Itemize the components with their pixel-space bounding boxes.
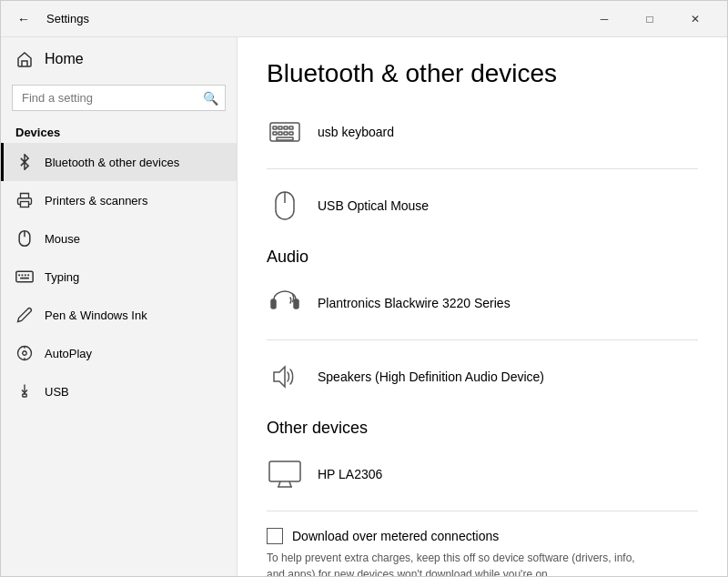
- device-monitor: HP LA2306: [267, 449, 698, 500]
- checkbox-row: Download over metered connections: [267, 528, 698, 544]
- sidebar-item-printers[interactable]: Printers & scanners: [1, 181, 237, 219]
- sidebar-item-printers-label: Printers & scanners: [45, 194, 147, 208]
- svg-rect-23: [277, 137, 293, 140]
- svg-rect-15: [273, 127, 277, 129]
- sidebar-item-autoplay-label: AutoPlay: [45, 347, 92, 360]
- pen-icon: [15, 306, 34, 324]
- svg-rect-21: [284, 132, 288, 135]
- sidebar-search: 🔍: [12, 85, 226, 111]
- svg-rect-19: [273, 132, 277, 135]
- audio-device-icon-2: [267, 359, 303, 395]
- search-icon: 🔍: [203, 91, 218, 106]
- printer-icon: [15, 191, 34, 209]
- svg-rect-26: [271, 299, 276, 309]
- sidebar-item-pen-label: Pen & Windows Ink: [45, 309, 147, 322]
- sidebar-item-home[interactable]: Home: [1, 37, 237, 81]
- search-input[interactable]: [12, 85, 226, 111]
- sidebar: Home 🔍 Devices Bluetooth & other devices: [1, 37, 238, 576]
- sidebar-item-usb[interactable]: USB: [1, 372, 237, 410]
- device-headset: Plantronics Blackwire 3220 Series: [267, 278, 698, 329]
- svg-marker-28: [274, 367, 285, 387]
- close-button[interactable]: ✕: [674, 5, 716, 34]
- usb-mouse-name: USB Optical Mouse: [318, 198, 429, 213]
- audio-device-icon-1: [267, 285, 303, 321]
- main-layout: Home 🔍 Devices Bluetooth & other devices: [1, 37, 727, 576]
- sidebar-item-mouse[interactable]: Mouse: [1, 219, 237, 258]
- speakers-name: Speakers (High Definition Audio Device): [318, 369, 544, 384]
- svg-line-31: [289, 481, 291, 487]
- monitor-name: HP LA2306: [318, 467, 382, 481]
- svg-rect-29: [269, 461, 300, 481]
- sidebar-item-bluetooth-label: Bluetooth & other devices: [45, 156, 179, 169]
- sidebar-item-autoplay[interactable]: AutoPlay: [1, 334, 237, 372]
- autoplay-icon: [15, 344, 34, 362]
- bluetooth-icon: [15, 153, 34, 171]
- title-bar-left: ← Settings: [12, 10, 89, 28]
- monitor-device-icon: [267, 456, 303, 492]
- maximize-button[interactable]: □: [629, 5, 671, 34]
- mouse-device-icon: [267, 187, 303, 224]
- audio-section-heading: Audio: [267, 248, 698, 267]
- keyboard-device-icon: [267, 114, 303, 150]
- page-title: Bluetooth & other devices: [267, 59, 698, 88]
- svg-rect-22: [289, 132, 293, 135]
- svg-rect-20: [278, 132, 282, 135]
- device-usb-mouse: USB Optical Mouse: [267, 180, 698, 231]
- svg-rect-3: [16, 271, 33, 282]
- sidebar-item-usb-label: USB: [45, 385, 69, 399]
- sidebar-item-typing-label: Typing: [45, 270, 79, 284]
- title-bar: ← Settings ─ □ ✕: [1, 1, 727, 37]
- usb-icon: [15, 382, 34, 400]
- download-metered-checkbox[interactable]: [267, 528, 283, 544]
- checkbox-description: To help prevent extra charges, keep this…: [267, 550, 649, 576]
- mouse-icon: [15, 229, 34, 248]
- title-bar-title: Settings: [46, 12, 89, 25]
- divider-3: [267, 511, 698, 511]
- device-speakers: Speakers (High Definition Audio Device): [267, 351, 698, 402]
- sidebar-home-label: Home: [45, 51, 84, 67]
- svg-rect-17: [284, 127, 288, 129]
- sidebar-section-label: Devices: [1, 118, 237, 143]
- device-usb-keyboard: usb keyboard: [267, 106, 698, 157]
- svg-rect-13: [23, 394, 27, 397]
- sidebar-item-bluetooth[interactable]: Bluetooth & other devices: [1, 143, 237, 181]
- divider-2: [267, 339, 698, 340]
- back-button[interactable]: ←: [12, 10, 35, 28]
- sidebar-item-mouse-label: Mouse: [45, 232, 80, 246]
- svg-point-10: [23, 351, 27, 356]
- svg-rect-0: [21, 202, 29, 208]
- divider-1: [267, 168, 698, 169]
- svg-rect-16: [278, 127, 282, 129]
- svg-line-30: [278, 481, 280, 487]
- typing-icon: [15, 268, 34, 286]
- svg-rect-18: [289, 127, 293, 129]
- sidebar-item-pen[interactable]: Pen & Windows Ink: [1, 296, 237, 334]
- svg-rect-27: [294, 299, 298, 309]
- other-section-heading: Other devices: [267, 419, 698, 438]
- content-area: Bluetooth & other devices usb keyboard: [238, 37, 727, 576]
- sidebar-item-typing[interactable]: Typing: [1, 258, 237, 296]
- usb-keyboard-name: usb keyboard: [318, 125, 394, 139]
- checkbox-label: Download over metered connections: [292, 529, 499, 543]
- headset-name: Plantronics Blackwire 3220 Series: [318, 296, 511, 310]
- minimize-button[interactable]: ─: [583, 5, 625, 34]
- title-bar-controls: ─ □ ✕: [583, 5, 716, 34]
- home-icon: [15, 50, 34, 68]
